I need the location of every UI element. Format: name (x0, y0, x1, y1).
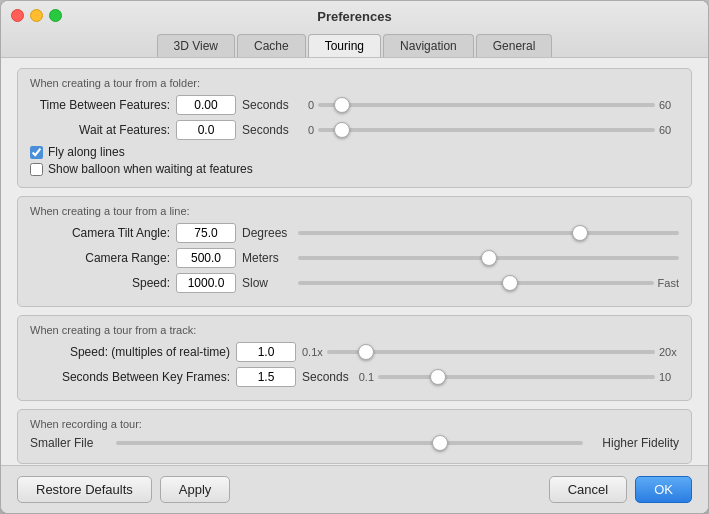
tab-touring[interactable]: Touring (308, 34, 381, 57)
recording-quality-row: Smaller File Higher Fidelity (30, 436, 679, 450)
cancel-button[interactable]: Cancel (549, 476, 627, 503)
window-controls (11, 9, 62, 22)
keyframes-slider-container: 0.1 10 (358, 371, 679, 383)
wait-at-slider-container: 0 60 (298, 124, 679, 136)
line-section-title: When creating a tour from a line: (30, 205, 679, 217)
content-area: When creating a tour from a folder: Time… (1, 58, 708, 465)
track-speed-input[interactable] (236, 342, 296, 362)
speed-line-row: Speed: Slow Fast (30, 273, 679, 293)
footer-right: Cancel OK (549, 476, 692, 503)
footer: Restore Defaults Apply Cancel OK (1, 465, 708, 513)
maximize-button[interactable] (49, 9, 62, 22)
recording-quality-slider[interactable] (116, 441, 583, 445)
show-balloon-row: Show balloon when waiting at features (30, 162, 679, 176)
camera-tilt-label: Camera Tilt Angle: (30, 226, 170, 240)
fly-along-label: Fly along lines (48, 145, 125, 159)
track-section-title: When creating a tour from a track: (30, 324, 679, 336)
camera-tilt-input[interactable] (176, 223, 236, 243)
apply-button[interactable]: Apply (160, 476, 231, 503)
restore-defaults-button[interactable]: Restore Defaults (17, 476, 152, 503)
keyframes-input[interactable] (236, 367, 296, 387)
show-balloon-checkbox[interactable] (30, 163, 43, 176)
speed-line-input[interactable] (176, 273, 236, 293)
tab-navigation[interactable]: Navigation (383, 34, 474, 57)
tab-3dview[interactable]: 3D View (157, 34, 235, 57)
tab-cache[interactable]: Cache (237, 34, 306, 57)
speed-line-slider[interactable] (298, 281, 654, 285)
camera-range-unit: Meters (242, 251, 292, 265)
track-speed-row: Speed: (multiples of real-time) 0.1x 20x (30, 342, 679, 362)
time-between-max-label: 60 (659, 99, 679, 111)
fly-along-row: Fly along lines (30, 145, 679, 159)
folder-section-title: When creating a tour from a folder: (30, 77, 679, 89)
time-between-slider[interactable] (318, 103, 655, 107)
tab-general[interactable]: General (476, 34, 553, 57)
title-bar: Preferences 3D View Cache Touring Naviga… (1, 1, 708, 58)
time-between-slider-container: 0 60 (298, 99, 679, 111)
speed-line-unit-left: Slow (242, 276, 292, 290)
camera-tilt-slider-container (298, 231, 679, 235)
camera-range-slider[interactable] (298, 256, 679, 260)
speed-line-label: Speed: (30, 276, 170, 290)
time-between-label: Time Between Features: (30, 98, 170, 112)
wait-at-input[interactable] (176, 120, 236, 140)
keyframes-max-label: 10 (659, 371, 679, 383)
preferences-window: Preferences 3D View Cache Touring Naviga… (0, 0, 709, 514)
keyframes-slider[interactable] (378, 375, 655, 379)
window-title: Preferences (1, 9, 708, 30)
recording-section: When recording a tour: Smaller File High… (17, 409, 692, 464)
smaller-file-label: Smaller File (30, 436, 110, 450)
keyframes-label: Seconds Between Key Frames: (30, 370, 230, 384)
ok-button[interactable]: OK (635, 476, 692, 503)
time-between-unit: Seconds (242, 98, 292, 112)
footer-left: Restore Defaults Apply (17, 476, 230, 503)
track-speed-slider-container: 0.1x 20x (302, 346, 679, 358)
minimize-button[interactable] (30, 9, 43, 22)
speed-line-unit-right: Fast (658, 277, 679, 289)
camera-range-slider-container (298, 256, 679, 260)
line-section: When creating a tour from a line: Camera… (17, 196, 692, 307)
higher-fidelity-label: Higher Fidelity (589, 436, 679, 450)
wait-at-label: Wait at Features: (30, 123, 170, 137)
time-between-row: Time Between Features: Seconds 0 60 (30, 95, 679, 115)
camera-range-row: Camera Range: Meters (30, 248, 679, 268)
recording-section-title: When recording a tour: (30, 418, 679, 430)
folder-section: When creating a tour from a folder: Time… (17, 68, 692, 188)
show-balloon-label: Show balloon when waiting at features (48, 162, 253, 176)
tab-bar: 3D View Cache Touring Navigation General (1, 34, 708, 57)
keyframes-min-label: 0.1 (358, 371, 374, 383)
track-speed-max-label: 20x (659, 346, 679, 358)
track-speed-min-label: 0.1x (302, 346, 323, 358)
keyframes-unit: Seconds (302, 370, 352, 384)
wait-at-max-label: 60 (659, 124, 679, 136)
camera-tilt-unit: Degrees (242, 226, 292, 240)
recording-slider-container (116, 441, 583, 445)
camera-tilt-slider[interactable] (298, 231, 679, 235)
camera-range-label: Camera Range: (30, 251, 170, 265)
camera-tilt-row: Camera Tilt Angle: Degrees (30, 223, 679, 243)
track-speed-slider[interactable] (327, 350, 655, 354)
fly-along-checkbox[interactable] (30, 146, 43, 159)
time-between-min-label: 0 (298, 99, 314, 111)
time-between-input[interactable] (176, 95, 236, 115)
track-section: When creating a tour from a track: Speed… (17, 315, 692, 401)
camera-range-input[interactable] (176, 248, 236, 268)
keyframes-row: Seconds Between Key Frames: Seconds 0.1 … (30, 367, 679, 387)
wait-at-min-label: 0 (298, 124, 314, 136)
track-speed-label: Speed: (multiples of real-time) (30, 345, 230, 359)
wait-at-unit: Seconds (242, 123, 292, 137)
close-button[interactable] (11, 9, 24, 22)
wait-at-row: Wait at Features: Seconds 0 60 (30, 120, 679, 140)
speed-line-slider-container: Fast (298, 277, 679, 289)
wait-at-slider[interactable] (318, 128, 655, 132)
